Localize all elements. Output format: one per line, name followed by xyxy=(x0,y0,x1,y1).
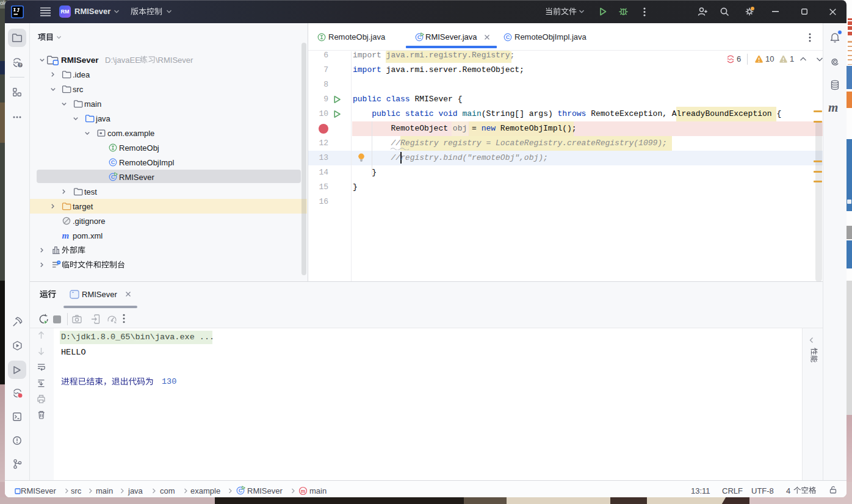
svg-text:?: ? xyxy=(19,63,21,67)
svg-text:m: m xyxy=(301,488,306,494)
svg-text:C: C xyxy=(506,34,510,40)
svg-text:m: m xyxy=(62,231,70,240)
svg-text:C: C xyxy=(111,159,115,165)
